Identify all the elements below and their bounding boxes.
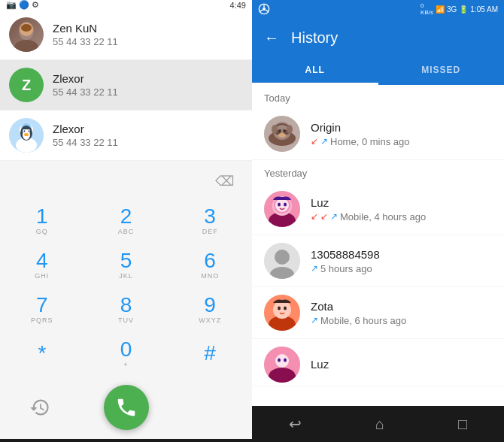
bottom-nav-left: ◁ ○ □ (0, 439, 252, 442)
dial-key-4[interactable]: 4 GHI (0, 243, 84, 287)
call-button[interactable] (104, 385, 149, 430)
dialpad-grid: 1 GQ 2 ABC 3 DEF 4 GHI 5 JKL 6 MNO (0, 195, 252, 379)
contact-name: Zen KuN (53, 22, 118, 35)
history-detail: ↙ ↗ Home, 0 mins ago (311, 136, 492, 147)
contact-item[interactable]: Z Zlexor 55 44 33 22 11 (0, 60, 252, 110)
history-info: Luz ↙ ↙ ↗ Mobile, 4 hours ago (311, 196, 492, 223)
contact-name: Zlexor (53, 72, 118, 85)
call-detail-text: Mobile, 4 hours ago (340, 211, 426, 223)
status-bar-right: 0KB/s 📶 3G 🔋 1:05 AM (252, 0, 504, 18)
tab-missed[interactable]: MISSED (378, 57, 505, 85)
back-nav-icon[interactable]: ◁ (37, 439, 48, 442)
svg-point-44 (284, 307, 287, 310)
dial-key-3[interactable]: 3 DEF (168, 198, 252, 243)
history-item[interactable]: 13058884598 ↗ 5 hours ago (252, 235, 504, 287)
back-nav-icon-right[interactable]: ↩ (289, 415, 302, 433)
history-name: Zota (311, 300, 333, 313)
status-icons-left: 📷 🔵 ⚙ (6, 0, 39, 10)
call-arrow-out: ↗ (311, 263, 318, 274)
home-nav-icon-right[interactable]: ⌂ (375, 416, 384, 433)
history-title: History (291, 29, 338, 47)
call-arrow-out: ↗ (330, 211, 338, 222)
svg-point-47 (275, 354, 289, 368)
bottom-nav-right: ↩ ⌂ □ (252, 406, 504, 442)
svg-point-14 (24, 133, 29, 136)
svg-point-26 (278, 129, 281, 132)
dial-key-7[interactable]: 7 PQRS (0, 287, 84, 332)
contacts-list: Zen KuN 55 44 33 22 11 Z Zlexor 55 44 33… (0, 10, 252, 161)
avatar (264, 347, 300, 383)
status-bar-left: 📷 🔵 ⚙ 4:49 (0, 0, 252, 10)
history-name: Luz (311, 196, 329, 209)
call-detail-text: Home, 0 mins ago (330, 136, 410, 147)
contact-item[interactable]: Zlexor 55 44 33 22 11 (0, 110, 252, 161)
status-time-right: 1:05 AM (470, 5, 498, 14)
history-content: Today Orig (252, 85, 504, 406)
dial-key-6[interactable]: 6 MNO (168, 243, 252, 287)
svg-point-3 (21, 24, 32, 32)
avatar-letter: Z (22, 77, 31, 94)
svg-point-13 (29, 131, 30, 132)
call-arrow-in: ↙ (311, 136, 318, 147)
svg-point-12 (24, 131, 26, 132)
avatar (264, 295, 300, 331)
svg-point-28 (272, 125, 278, 134)
dial-key-5[interactable]: 5 JKL (84, 243, 169, 287)
dialpad-area: ⌫ 1 GQ 2 ABC 3 DEF 4 GHI 5 JKL (0, 161, 252, 439)
svg-point-43 (278, 307, 281, 310)
contact-number: 55 44 33 22 11 (53, 86, 118, 98)
backspace-button[interactable]: ⌫ (209, 170, 240, 192)
history-item[interactable]: Origin ↙ ↗ Home, 0 mins ago (252, 108, 504, 160)
svg-point-42 (273, 301, 291, 319)
svg-point-49 (284, 359, 287, 362)
avatar: Z (9, 68, 44, 102)
history-item[interactable]: Zota ↗ Mobile, 6 hours ago (252, 287, 504, 339)
history-item[interactable]: Luz ↙ ↙ ↗ Mobile, 4 hours ago (252, 183, 504, 235)
contact-number: 55 44 33 22 11 (53, 36, 118, 47)
recents-nav-icon-right[interactable]: □ (458, 416, 467, 433)
svg-point-36 (284, 203, 287, 207)
call-detail-text: 5 hours ago (320, 263, 372, 274)
svg-point-27 (283, 129, 286, 132)
history-info: Zota ↗ Mobile, 6 hours ago (311, 300, 492, 326)
dial-key-2[interactable]: 2 ABC (84, 198, 169, 243)
wifi-icon: 📶 (436, 5, 445, 14)
dial-key-1[interactable]: 1 GQ (0, 198, 84, 243)
tab-all[interactable]: ALL (252, 57, 378, 85)
call-arrow-out: ↗ (311, 315, 318, 325)
avatar (9, 118, 44, 153)
battery-level: 🔋 (459, 5, 468, 14)
home-nav-icon[interactable]: ○ (123, 440, 132, 443)
history-info: Origin ↙ ↗ Home, 0 mins ago (311, 121, 492, 147)
back-arrow-button[interactable]: ← (264, 29, 279, 47)
history-button[interactable] (23, 390, 57, 425)
svg-point-35 (278, 203, 281, 207)
contact-info: Zen KuN 55 44 33 22 11 (53, 22, 118, 47)
history-tabs: ALL MISSED (252, 57, 504, 85)
recents-nav-icon[interactable]: □ (206, 440, 215, 443)
dialpad-input-row: ⌫ (0, 167, 252, 195)
history-detail: ↙ ↙ ↗ Mobile, 4 hours ago (311, 211, 492, 223)
call-arrow-missed2: ↙ (320, 211, 328, 222)
section-label-yesterday: Yesterday (252, 160, 504, 183)
status-time-left: 4:49 (230, 1, 246, 10)
section-label-today: Today (252, 85, 504, 108)
svg-point-29 (287, 125, 293, 134)
dial-key-hash[interactable]: # (168, 332, 252, 376)
dial-key-0[interactable]: 0 + (84, 332, 169, 376)
contact-number: 55 44 33 22 11 (53, 137, 118, 148)
history-detail: ↗ 5 hours ago (311, 263, 492, 274)
avatar (264, 191, 300, 227)
svg-point-16 (263, 8, 266, 11)
svg-point-25 (278, 133, 286, 138)
dial-key-8[interactable]: 8 TUV (84, 287, 169, 332)
svg-point-38 (275, 250, 290, 265)
history-item[interactable]: Luz (252, 339, 504, 386)
dial-key-star[interactable]: * (0, 332, 84, 376)
history-info: 13058884598 ↗ 5 hours ago (311, 248, 492, 274)
svg-point-34 (275, 198, 289, 212)
left-panel: 📷 🔵 ⚙ 4:49 Zen KuN 55 44 33 22 11 Z (0, 0, 252, 442)
dial-key-9[interactable]: 9 WXYZ (168, 287, 252, 332)
contact-item[interactable]: Zen KuN 55 44 33 22 11 (0, 10, 252, 60)
svg-point-48 (278, 359, 281, 362)
